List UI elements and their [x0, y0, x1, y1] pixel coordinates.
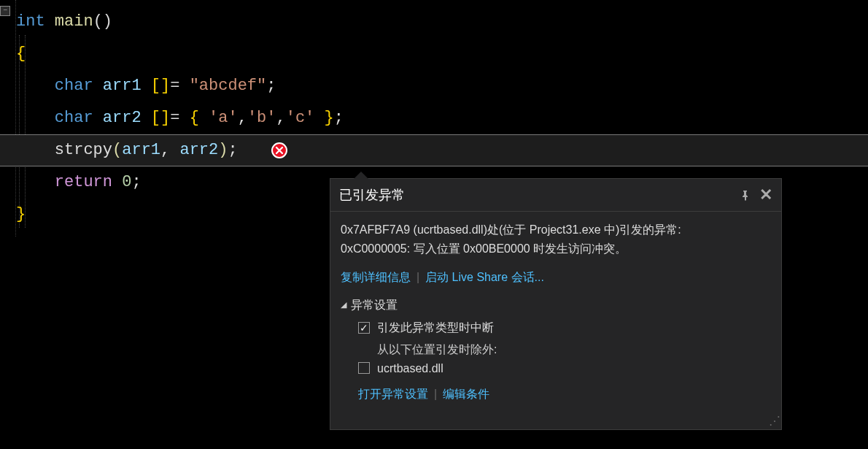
edit-conditions-link[interactable]: 编辑条件 [443, 388, 489, 400]
keyword-return: return [55, 166, 112, 199]
brackets: [] [151, 102, 170, 134]
brace-open: { [16, 38, 26, 70]
char-literal: 'b' [247, 102, 276, 134]
argument: arr2 [179, 134, 218, 166]
code-line[interactable]: char arr2 []= { 'a','b','c' }; [0, 102, 868, 134]
variable: arr1 [103, 70, 142, 102]
keyword-type: int [16, 6, 45, 38]
function-name: main [55, 6, 93, 38]
variable: arr2 [103, 102, 142, 134]
brackets: [] [151, 70, 170, 102]
brace-close: } [16, 199, 26, 231]
exception-popup: 已引发异常 ✕ 0x7AFBF7A9 (ucrtbased.dll)处(位于 P… [330, 178, 782, 430]
popup-arrow [352, 172, 370, 180]
exception-message: 0x7AFBF7A9 (ucrtbased.dll)处(位于 Project31… [341, 220, 771, 258]
char-literal: 'c' [286, 102, 315, 134]
message-line: 0x7AFBF7A9 (ucrtbased.dll)处(位于 Project31… [341, 220, 771, 239]
pin-icon[interactable] [739, 188, 752, 202]
function-call: strcpy [55, 134, 112, 166]
keyword-type: char [55, 70, 93, 102]
number-literal: 0 [122, 166, 131, 199]
code-line[interactable]: { [0, 38, 868, 70]
message-line: 0xC0000005: 写入位置 0x00BE0000 时发生访问冲突。 [341, 239, 771, 258]
settings-label: 异常设置 [351, 296, 398, 315]
char-literal: 'a' [209, 102, 238, 134]
checkbox-label: 引发此异常类型时中断 [377, 318, 494, 337]
chevron-down-icon: ◢ [341, 299, 346, 312]
code-line[interactable]: int main() [0, 6, 868, 38]
break-on-exception-checkbox[interactable] [358, 322, 370, 334]
exclude-label: 从以下位置引发时除外: [377, 340, 771, 359]
popup-title: 已引发异常 [339, 186, 405, 204]
close-icon[interactable]: ✕ [759, 188, 772, 202]
error-icon[interactable] [271, 142, 287, 158]
exclude-item: ucrtbased.dll [377, 359, 443, 378]
copy-details-link[interactable]: 复制详细信息 [341, 271, 411, 283]
code-line[interactable]: char arr1 []= "abcdef"; [0, 70, 868, 102]
keyword-type: char [55, 102, 93, 134]
resize-handle[interactable]: ⋰ [330, 412, 781, 429]
open-exception-settings-link[interactable]: 打开异常设置 [358, 388, 428, 400]
string-literal: "abcdef" [190, 70, 267, 102]
live-share-link[interactable]: 启动 Live Share 会话... [425, 271, 544, 283]
popup-header: 已引发异常 ✕ [330, 179, 781, 212]
exclude-module-checkbox[interactable] [358, 362, 370, 374]
operator: = [170, 70, 179, 102]
argument: arr1 [122, 134, 160, 166]
exception-settings-expander[interactable]: ◢异常设置 [341, 296, 771, 315]
current-break-line[interactable]: strcpy(arr1, arr2); [0, 134, 868, 166]
